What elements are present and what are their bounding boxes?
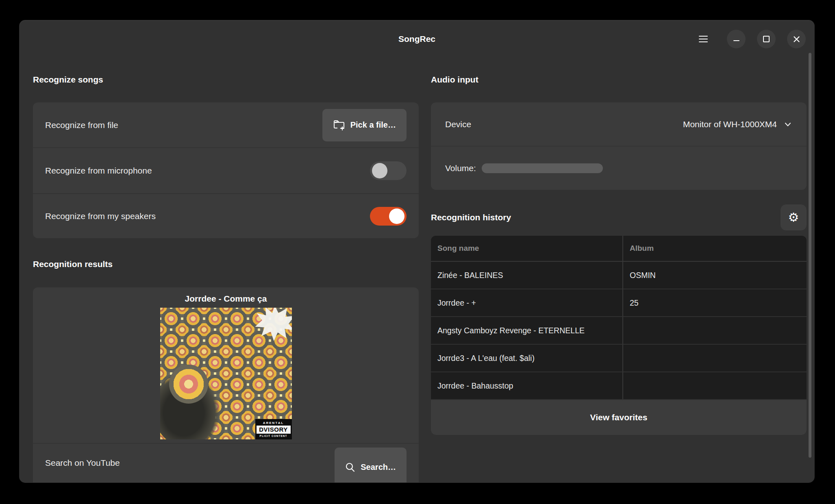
history-song-cell: Jorrdee - + bbox=[431, 289, 623, 317]
window-scrollbar-thumb[interactable] bbox=[809, 53, 811, 458]
search-on-youtube-row: Search on YouTube Search… bbox=[33, 443, 419, 482]
advisory-line-3: PLICIT CONTENT bbox=[257, 434, 291, 438]
history-row[interactable]: Jorrdee - Bahausstop bbox=[431, 372, 807, 400]
device-row[interactable]: Device Monitor of WH-1000XM4 bbox=[431, 102, 807, 146]
history-row[interactable]: Jorrdee - + 25 bbox=[431, 289, 807, 317]
recognized-song-title: Jorrdee - Comme ça bbox=[33, 294, 419, 304]
toggle-knob bbox=[372, 163, 387, 178]
history-song-cell: Zinée - BALEINES bbox=[431, 262, 623, 289]
history-song-cell: Jorrdee - Bahausstop bbox=[431, 372, 623, 400]
recognize-from-speakers-label: Recognize from my speakers bbox=[45, 211, 156, 221]
history-song-cell: Jorrde3 - A L'eau (feat. $ali) bbox=[431, 345, 623, 372]
history-row[interactable]: Angsty Camboyz Revenge - ETERNELLE bbox=[431, 317, 807, 345]
history-row[interactable]: Zinée - BALEINES OSMIN bbox=[431, 262, 807, 289]
device-label: Device bbox=[445, 119, 471, 129]
desktop-background: SongRec Recognize songs bbox=[0, 0, 835, 504]
history-album-cell bbox=[623, 372, 807, 400]
history-album-cell bbox=[623, 345, 807, 372]
speakers-toggle[interactable] bbox=[370, 207, 407, 226]
recognize-from-microphone-label: Recognize from microphone bbox=[45, 166, 152, 176]
album-art: ARENTAL DVISORY PLICIT CONTENT bbox=[160, 308, 292, 439]
titlebar[interactable]: SongRec bbox=[20, 20, 814, 58]
history-album-cell: 25 bbox=[623, 289, 807, 317]
history-album-cell bbox=[623, 317, 807, 345]
search-on-youtube-label: Search on YouTube bbox=[45, 458, 120, 468]
recognize-songs-header: Recognize songs bbox=[33, 75, 103, 85]
search-button-label: Search… bbox=[361, 463, 396, 472]
history-album-cell: OSMIN bbox=[623, 262, 807, 289]
column-header-song-name[interactable]: Song name bbox=[431, 236, 623, 262]
recognize-from-file-row: Recognize from file Pick a file… bbox=[33, 102, 419, 148]
pick-a-file-button[interactable]: Pick a file… bbox=[322, 109, 407, 141]
chevron-down-icon bbox=[783, 120, 792, 129]
recognition-results-header: Recognition results bbox=[33, 259, 113, 269]
history-settings-button[interactable]: ⚙ bbox=[781, 204, 807, 230]
magnifier-icon bbox=[345, 462, 355, 472]
minimize-button[interactable] bbox=[727, 30, 746, 48]
hamburger-icon bbox=[699, 36, 708, 43]
view-favorites-button[interactable]: View favorites bbox=[431, 400, 807, 435]
history-table-header: Song name Album bbox=[431, 236, 807, 262]
flower-decoration bbox=[169, 365, 208, 404]
recognition-history-header: Recognition history bbox=[431, 213, 511, 222]
audio-input-card: Device Monitor of WH-1000XM4 Volume: bbox=[431, 102, 807, 190]
close-button[interactable] bbox=[787, 30, 806, 48]
close-icon bbox=[793, 36, 800, 43]
microphone-toggle[interactable] bbox=[370, 161, 407, 180]
youtube-search-button[interactable]: Search… bbox=[335, 448, 407, 482]
recognize-from-microphone-row: Recognize from microphone bbox=[33, 148, 419, 193]
toggle-knob bbox=[389, 209, 404, 224]
starburst-decoration bbox=[255, 308, 292, 341]
recognition-history-header-row: Recognition history ⚙ bbox=[431, 204, 807, 231]
recognize-songs-card: Recognize from file Pick a file… Recogni… bbox=[33, 102, 419, 238]
volume-label: Volume: bbox=[445, 163, 476, 173]
recognize-from-speakers-row: Recognize from my speakers bbox=[33, 193, 419, 239]
audio-input-header: Audio input bbox=[431, 75, 478, 85]
volume-row: Volume: bbox=[431, 146, 807, 190]
maximize-button[interactable] bbox=[757, 30, 776, 48]
folder-new-icon bbox=[333, 119, 345, 130]
minimize-icon bbox=[733, 40, 739, 41]
maximize-icon bbox=[763, 36, 770, 42]
parental-advisory-badge: ARENTAL DVISORY PLICIT CONTENT bbox=[255, 419, 292, 439]
volume-level-bar bbox=[482, 163, 603, 173]
songrec-window: SongRec Recognize songs bbox=[20, 20, 814, 482]
history-row[interactable]: Jorrde3 - A L'eau (feat. $ali) bbox=[431, 345, 807, 372]
hamburger-menu-button[interactable] bbox=[694, 30, 712, 48]
advisory-line-2: DVISORY bbox=[257, 426, 291, 434]
advisory-line-1: ARENTAL bbox=[257, 420, 291, 426]
titlebar-controls bbox=[694, 20, 806, 58]
gear-icon: ⚙ bbox=[788, 211, 799, 224]
device-selected-value: Monitor of WH-1000XM4 bbox=[683, 119, 777, 129]
history-song-cell: Angsty Camboyz Revenge - ETERNELLE bbox=[431, 317, 623, 345]
recognition-history-card: Song name Album Zinée - BALEINES OSMIN J… bbox=[431, 236, 807, 435]
recognition-results-card: Jorrdee - Comme ça ARENTAL DVISORY PLICI… bbox=[33, 287, 419, 482]
pick-a-file-label: Pick a file… bbox=[350, 120, 396, 130]
recognize-from-file-label: Recognize from file bbox=[45, 120, 118, 130]
column-header-album[interactable]: Album bbox=[623, 236, 807, 262]
